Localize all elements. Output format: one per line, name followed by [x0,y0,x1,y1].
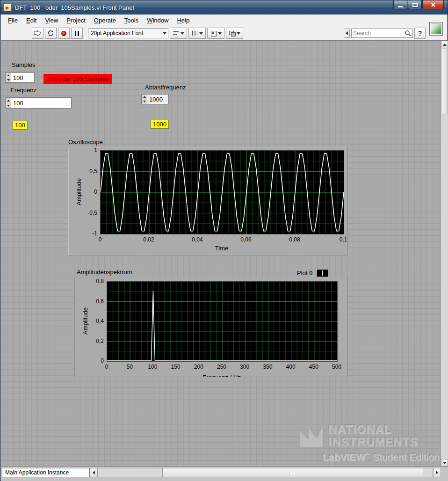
horizontal-scroll-thumb[interactable] [162,468,423,477]
abtastfrequenz-input[interactable] [147,94,169,104]
spec-y-tick-label: 0,2 [96,338,104,344]
abtastfrequenz-label: Abtastfrequenz [145,84,186,91]
osc-y-tick-label: 0,5 [89,168,97,175]
menu-help[interactable]: Help [173,15,194,25]
plot0-line-style-icon [317,270,328,277]
search-box[interactable] [351,29,413,38]
osc-x-tick-label: 0,02 [143,236,154,243]
spec-x-tick-label: 200 [194,364,203,370]
font-selector[interactable]: 20pt Application Font [88,28,168,38]
reorder-objects-button[interactable] [226,28,243,39]
pause-button[interactable] [71,28,83,39]
run-button[interactable] [32,28,43,39]
help-button[interactable]: ? [414,28,426,39]
search-icon [405,30,411,36]
chevron-down-icon [237,32,240,35]
increment-button[interactable] [6,98,11,103]
resize-objects-button[interactable] [207,28,224,39]
watermark-edition: Student Edition [370,452,439,462]
increment-button[interactable] [6,73,11,78]
decrement-button[interactable] [6,78,11,82]
samples-input[interactable] [11,73,35,83]
oscilloscope-ylabel: Amplitude [75,178,82,205]
frequenz-control [5,97,72,109]
chevron-down-icon [218,32,222,35]
vertical-scrollbar[interactable] [441,41,448,466]
osc-x-tick-label: 0,08 [289,236,300,243]
spectrum-title: Amplitudenspektrum [77,269,132,276]
vi-icon[interactable] [429,22,443,36]
application-instance-selector[interactable]: Main Application Instance [2,468,90,477]
plot-legend[interactable]: Plot 0 [297,268,328,277]
reorder-objects-icon [229,31,235,36]
osc-y-tick-label: -1 [92,230,97,237]
resize-objects-icon [210,31,217,36]
vertical-scroll-thumb[interactable] [441,49,448,114]
spec-x-tick-label: 0 [105,364,108,370]
align-objects-button[interactable] [170,28,187,39]
spectrum-xlabel: Frequenz / Hz [202,374,241,377]
title-bar[interactable]: DFT_100 _oder_105Samples.vi Front Panel [0,0,448,15]
menu-file[interactable]: File [4,15,22,25]
arrow-right-icon [436,471,438,474]
minimize-icon [398,6,403,7]
osc-x-tick-label: 0,06 [240,236,251,243]
spectrum-graph: Amplitude Frequenz / Hz 0501001502002503… [74,277,347,377]
abtastfrequenz-control [141,94,169,104]
spec-y-tick-label: 0,6 [96,298,104,305]
ni-logo-icon [298,423,325,448]
watermark-brand-line2: INSTRUMENTS [328,436,418,448]
increment-button[interactable] [142,95,147,99]
maximize-button[interactable] [408,0,422,9]
abort-button[interactable] [58,28,70,39]
watermark-edition-line: LabVIEW™ Student Edition [323,452,439,463]
help-icon: ? [418,29,422,37]
pause-icon [75,31,79,36]
arrow-up-icon [443,44,447,46]
minimize-button[interactable] [393,0,407,9]
samples-spinner [5,73,11,83]
spectrum-ylabel: Amplitude [82,307,89,335]
decrement-button[interactable] [6,103,11,108]
frequency-indicator: 100 [13,121,28,130]
abtastfrequenz-spinner [141,94,147,104]
oscilloscope-title: Oszilloscope [68,138,103,146]
scroll-left-button[interactable] [90,468,98,477]
run-icon [34,30,42,36]
decrement-button[interactable] [142,99,147,104]
font-selector-label: 20pt Application Font [88,30,161,36]
osc-x-tick-label: 0,1 [340,236,347,243]
scroll-down-button[interactable] [441,459,448,466]
menu-view[interactable]: View [41,15,62,25]
menu-edit[interactable]: Edit [22,15,41,25]
run-continuous-icon [47,30,54,36]
menu-operate[interactable]: Operate [90,15,120,25]
menu-window[interactable]: Window [143,15,173,25]
spec-x-tick-label: 350 [263,364,272,370]
spec-x-tick-label: 150 [171,364,181,370]
vi-icon-art [431,23,441,34]
scroll-right-button[interactable] [433,468,441,477]
oscilloscope-plot-area[interactable] [100,150,344,234]
plot-legend-label: Plot 0 [297,270,312,277]
chevron-down-icon [181,32,184,35]
osc-y-tick-label: -0,5 [87,210,97,216]
frequenz-input[interactable] [11,97,72,109]
chevron-down-icon [161,29,168,38]
distribute-objects-button[interactable] [188,28,206,39]
close-icon [431,2,436,7]
scroll-up-button[interactable] [441,41,448,48]
abort-icon [61,31,66,36]
search-input[interactable] [353,30,405,36]
spec-y-tick-label: 0,8 [96,278,104,284]
spec-x-tick-label: 500 [332,364,341,370]
menu-tools[interactable]: Tools [120,15,143,25]
close-button[interactable] [422,0,444,9]
spec-x-tick-label: 400 [286,364,296,370]
menu-project[interactable]: Project [62,15,89,25]
spectrum-plot-area[interactable] [107,281,338,362]
osc-y-tick-label: 1 [94,147,97,153]
samples-warning-label: 100 oder 105 Samples [43,74,112,84]
run-continuous-button[interactable] [45,28,57,39]
search-scope-button[interactable] [344,29,350,38]
